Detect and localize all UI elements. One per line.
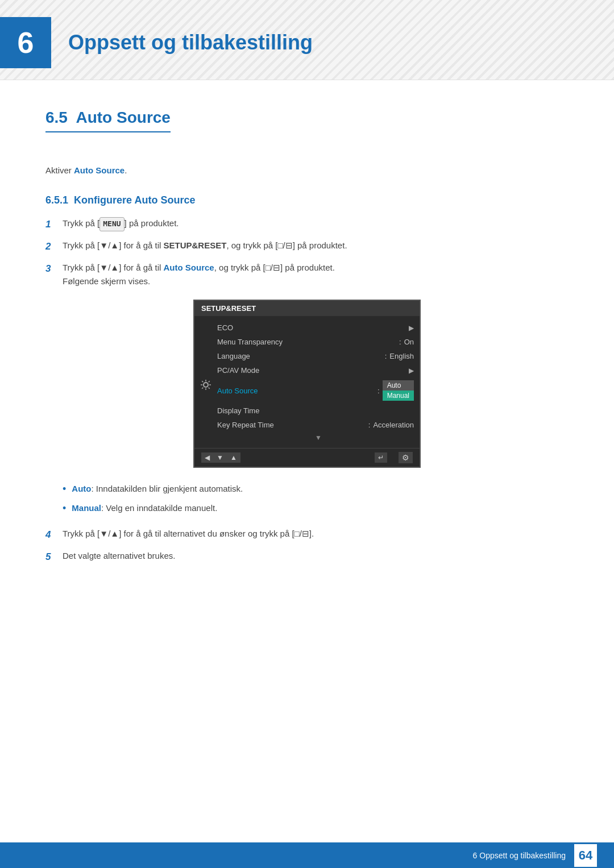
chapter-header: 6 Oppsett og tilbakestilling	[0, 0, 614, 80]
scroll-down-indicator: ▼	[217, 432, 420, 443]
step-5: 5 Det valgte alternativet brukes.	[45, 549, 569, 564]
step-3-subtext: Følgende skjerm vises.	[63, 276, 150, 286]
svg-point-0	[204, 383, 208, 387]
auto-source-ref: Auto Source	[74, 165, 125, 175]
step-2-content: Trykk på [▼/▲] for å gå til SETUP&RESET,…	[63, 239, 569, 252]
subsection-title-block: 6.5.1 Konfigurere Auto Source	[45, 194, 569, 206]
main-content: 6.5 Auto Source Aktiver Auto Source. 6.5…	[0, 86, 614, 621]
step-2: 2 Trykk på [▼/▲] for å gå til SETUP&RESE…	[45, 239, 569, 254]
menu-body: ECO ▶ Menu Transparency : On Language : …	[194, 316, 420, 448]
dropdown-manual: Manual	[383, 391, 414, 401]
steps-list: 1 Trykk på [MENU] på produktet. 2 Trykk …	[45, 217, 569, 288]
bullet-list: • Auto: Inndatakilden blir gjenkjent aut…	[63, 482, 569, 515]
auto-label: Auto	[72, 484, 91, 493]
nav-back: ◀	[201, 452, 213, 463]
step-2-number: 2	[45, 239, 63, 254]
bullet-auto-text: Auto: Inndatakilden blir gjenkjent autom…	[72, 482, 243, 496]
section-number: 6.5	[45, 109, 68, 126]
bullet-manual-text: Manual: Velg en inndatakilde manuelt.	[72, 501, 217, 515]
chapter-number: 6	[18, 26, 34, 60]
section-title: 6.5 Auto Source	[45, 109, 171, 132]
menu-item-language: Language : English	[217, 349, 420, 363]
setup-reset-ref: SETUP&RESET	[164, 240, 227, 250]
step-3: 3 Trykk på [▼/▲] for å gå til Auto Sourc…	[45, 261, 569, 288]
menu-screenshot: SETUP&RESET ECO ▶	[193, 300, 421, 468]
menu-title: SETUP&RESET	[194, 301, 420, 316]
bullet-dot-1: •	[63, 482, 66, 496]
nav-settings: ⚙	[399, 452, 413, 463]
pcav-arrow: ▶	[409, 367, 414, 375]
step-1: 1 Trykk på [MENU] på produktet.	[45, 217, 569, 232]
bullet-auto: • Auto: Inndatakilden blir gjenkjent aut…	[63, 482, 569, 496]
menu-item-keyrepeat: Key Repeat Time : Acceleration	[217, 418, 420, 432]
menu-item-transparency: Menu Transparency : On	[217, 335, 420, 349]
steps-cont-list: 4 Trykk på [▼/▲] for å gå til alternativ…	[45, 527, 569, 564]
section-description: Aktiver Auto Source.	[45, 164, 569, 177]
chapter-number-block: 6	[0, 17, 51, 68]
step-4-content: Trykk på [▼/▲] for å gå til alternativet…	[63, 527, 569, 541]
subsection-number: 6.5.1	[45, 194, 68, 206]
manual-label: Manual	[72, 503, 101, 513]
menu-item-pcav: PC/AV Mode ▶	[217, 363, 420, 377]
nav-enter: ↵	[375, 452, 387, 463]
menu-item-eco: ECO ▶	[217, 321, 420, 335]
eco-arrow: ▶	[409, 324, 414, 332]
step-1-content: Trykk på [MENU] på produktet.	[63, 217, 569, 231]
nav-down: ▼	[213, 452, 227, 463]
step-4-number: 4	[45, 527, 63, 542]
step-5-content: Det valgte alternativet brukes.	[63, 549, 569, 563]
bullet-manual: • Manual: Velg en inndatakilde manuelt.	[63, 501, 569, 516]
chapter-title: Oppsett og tilbakestilling	[68, 31, 313, 55]
subsection-title: 6.5.1 Konfigurere Auto Source	[45, 194, 195, 206]
menu-item-displaytime: Display Time	[217, 404, 420, 418]
step-4: 4 Trykk på [▼/▲] for å gå til alternativ…	[45, 527, 569, 542]
menu-key: MENU	[99, 217, 124, 231]
page-number: 64	[574, 844, 597, 867]
bullet-dot-2: •	[63, 501, 66, 516]
step-3-content: Trykk på [▼/▲] for å gå til Auto Source,…	[63, 261, 569, 288]
menu-items: ECO ▶ Menu Transparency : On Language : …	[217, 321, 420, 443]
gear-icon	[200, 379, 212, 391]
nav-up: ▲	[227, 452, 240, 463]
menu-footer: ◀ ▼ ▲ ↵ ⚙	[194, 448, 420, 467]
step-5-number: 5	[45, 549, 63, 564]
page-footer: 6 Oppsett og tilbakestilling 64	[0, 842, 614, 868]
autosource-dropdown: Auto Manual	[383, 380, 414, 401]
menu-item-autosource: Auto Source : Auto Manual	[217, 377, 420, 404]
dropdown-auto: Auto	[383, 380, 414, 391]
section-title-block: 6.5 Auto Source	[45, 109, 569, 149]
section-name: Auto Source	[76, 109, 170, 126]
subsection-name: Konfigurere Auto Source	[74, 194, 195, 206]
auto-source-ref-2: Auto Source	[164, 263, 214, 272]
step-3-number: 3	[45, 261, 63, 276]
menu-screenshot-container: SETUP&RESET ECO ▶	[45, 300, 569, 468]
footer-text: 6 Oppsett og tilbakestilling	[473, 851, 566, 860]
menu-icon-col	[194, 321, 217, 443]
step-1-number: 1	[45, 217, 63, 232]
